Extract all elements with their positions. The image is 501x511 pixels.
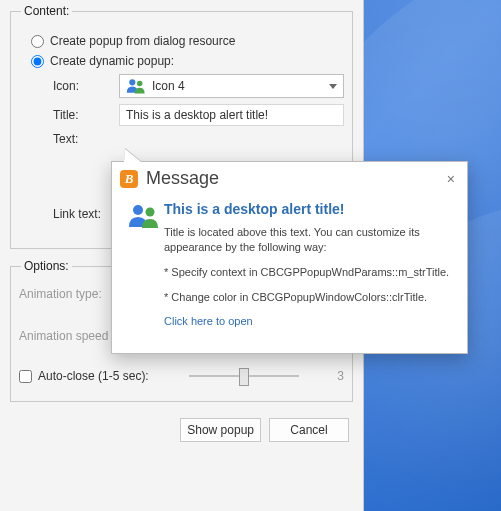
svg-point-3	[146, 208, 155, 217]
popup-title: This is a desktop alert title!	[164, 201, 455, 217]
autoclose-slider[interactable]	[189, 365, 299, 387]
svg-point-1	[137, 81, 143, 87]
linktext-label: Link text:	[53, 207, 119, 221]
animtype-label: Animation type:	[19, 287, 102, 301]
radio-dialog-resource-label: Create popup from dialog resource	[50, 34, 235, 48]
show-popup-button[interactable]: Show popup	[180, 418, 261, 442]
popup-desc: Title is located above this text. You ca…	[164, 225, 455, 255]
content-legend: Content:	[21, 4, 72, 18]
popup-line2: * Change color in CBCGPopupWindowColors:…	[164, 290, 455, 305]
svg-point-2	[133, 205, 143, 215]
options-legend: Options:	[21, 259, 72, 273]
popup-line1: * Specify context in CBCGPPopupWndParams…	[164, 265, 455, 280]
title-input[interactable]	[119, 104, 344, 126]
popup-link[interactable]: Click here to open	[164, 315, 253, 327]
people-icon	[128, 203, 160, 229]
autoclose-value: 3	[324, 369, 344, 383]
radio-dynamic-popup-label: Create dynamic popup:	[50, 54, 174, 68]
svg-point-0	[129, 79, 135, 85]
autoclose-checkbox[interactable]	[19, 370, 32, 383]
icon-select-value: Icon 4	[152, 79, 185, 93]
autoclose-label: Auto-close (1-5 sec):	[38, 369, 164, 383]
title-label: Title:	[53, 108, 119, 122]
icon-label: Icon:	[53, 79, 119, 93]
close-icon[interactable]: ×	[443, 171, 459, 187]
text-label: Text:	[53, 132, 119, 146]
chevron-down-icon	[329, 84, 337, 89]
popup-callout	[124, 149, 141, 162]
people-icon	[126, 78, 146, 94]
icon-select[interactable]: Icon 4	[119, 74, 344, 98]
popup-window: B Message × This is a desktop alert titl…	[111, 161, 468, 354]
cancel-button[interactable]: Cancel	[269, 418, 349, 442]
app-icon: B	[120, 170, 138, 188]
radio-dialog-resource[interactable]	[31, 35, 44, 48]
popup-heading: Message	[146, 168, 443, 189]
radio-dynamic-popup[interactable]	[31, 55, 44, 68]
